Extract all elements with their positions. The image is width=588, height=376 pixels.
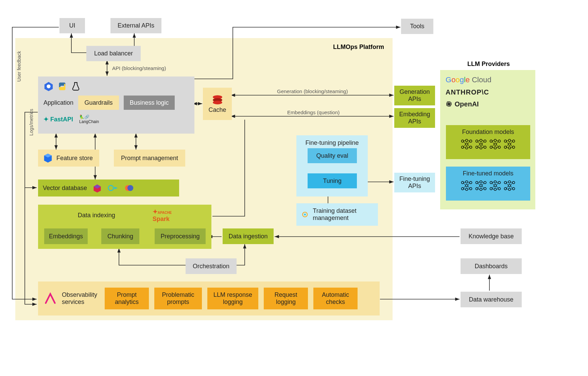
spark-logo: ✦APACHESpark xyxy=(153,208,172,223)
training-dataset-box: Training dataset management xyxy=(296,203,378,226)
prompt-management-box: Prompt management xyxy=(114,150,185,167)
svg-point-16 xyxy=(47,84,50,88)
providers-title: LLM Providers xyxy=(467,61,510,68)
feast-icon xyxy=(43,153,53,163)
vector-db-box: Vector database xyxy=(38,180,179,196)
dataset-icon xyxy=(301,209,309,220)
svg-point-19 xyxy=(213,101,222,104)
foundation-models-box: Foundation models xyxy=(446,125,530,159)
guardrails-box: Guardrails xyxy=(78,96,119,110)
python-icon xyxy=(57,81,67,91)
platform-title: LLMOps Platform xyxy=(333,44,384,51)
observability-panel: Observability services Prompt analytics … xyxy=(38,281,380,315)
orchestration-box: Orchestration xyxy=(186,258,237,274)
load-balancer-box: Load balancer xyxy=(86,46,141,61)
flask-icon xyxy=(71,81,81,91)
external-apis-box: External APIs xyxy=(110,18,161,33)
svg-point-24 xyxy=(108,185,114,190)
cache-box: Cache xyxy=(203,88,232,120)
google-cloud-logo: Google Google CloudCloud xyxy=(446,75,491,84)
nn-icon xyxy=(489,139,501,149)
dashboards-box: Dashboards xyxy=(461,258,522,274)
tuning-box: Tuning xyxy=(308,173,357,188)
weaviate-icon xyxy=(107,184,119,192)
nn-icon xyxy=(475,181,487,191)
generation-apis-box: Generation APIs xyxy=(394,86,435,105)
obs-problematic-prompts: Problematic prompts xyxy=(154,288,202,309)
arize-icon xyxy=(44,292,56,305)
qdrant-icon xyxy=(92,183,102,193)
nn-icon xyxy=(461,139,473,149)
user-feedback-label: User feedback xyxy=(16,51,22,82)
fine-tuning-apis-box: Fine-tuning APIs xyxy=(394,173,435,192)
langchain-logo: 🦜🔗LangChain xyxy=(79,115,99,124)
nn-icon xyxy=(461,181,473,191)
feature-store-box: Feature store xyxy=(38,150,99,167)
nn-icon xyxy=(475,139,487,149)
ui-box: UI xyxy=(59,18,85,33)
redis-icon xyxy=(212,94,223,104)
finetuned-models-box: Fine-tuned models xyxy=(446,167,530,201)
knowledge-base-box: Knowledge base xyxy=(461,228,522,244)
svg-point-29 xyxy=(304,213,306,216)
chunking-step: Chunking xyxy=(101,228,139,244)
nn-icon xyxy=(489,181,501,191)
openai-logo: ֍ OpenAI xyxy=(446,100,479,108)
tools-box: Tools xyxy=(401,19,433,34)
embeddings-note: Embeddings (question) xyxy=(287,109,340,115)
preprocessing-step: Preprocessing xyxy=(155,228,206,244)
logs-metrics-label: Logs/metrics xyxy=(29,109,34,136)
obs-prompt-analytics: Prompt analytics xyxy=(105,288,149,309)
application-title: Application xyxy=(44,99,73,106)
anthropic-logo: ANTHROP\C xyxy=(446,88,489,96)
data-indexing-title: Data indexing xyxy=(78,212,115,219)
generation-note: Generation (blocking/steaming) xyxy=(277,88,348,94)
observability-title: Observability services xyxy=(62,291,99,306)
obs-request-logging: Request logging xyxy=(264,288,308,309)
data-warehouse-box: Data warehouse xyxy=(461,292,522,307)
chroma-icon xyxy=(124,183,134,193)
obs-llm-response-logging: LLM response logging xyxy=(207,288,258,309)
application-panel: Application Guardrails Business logic ✦ … xyxy=(38,76,194,134)
obs-automatic-checks: Automatic checks xyxy=(313,288,358,309)
svg-point-27 xyxy=(127,185,134,191)
embeddings-step: Embeddings xyxy=(44,228,88,244)
nn-icon xyxy=(503,139,516,149)
api-call-label: API (blocking/steaming) xyxy=(112,65,166,71)
embedding-apis-box: Embedding APIs xyxy=(394,108,435,128)
kubernetes-icon xyxy=(44,81,54,91)
quality-eval-box: Quality eval xyxy=(308,148,357,163)
data-ingestion-box: Data ingestion xyxy=(223,228,274,244)
svg-marker-25 xyxy=(115,187,118,189)
nn-icon xyxy=(503,181,516,191)
ft-pipeline-title: Fine-tuning pipeline xyxy=(305,139,359,147)
fastapi-logo: ✦ FastAPI xyxy=(44,116,73,123)
business-logic-box: Business logic xyxy=(124,96,175,110)
